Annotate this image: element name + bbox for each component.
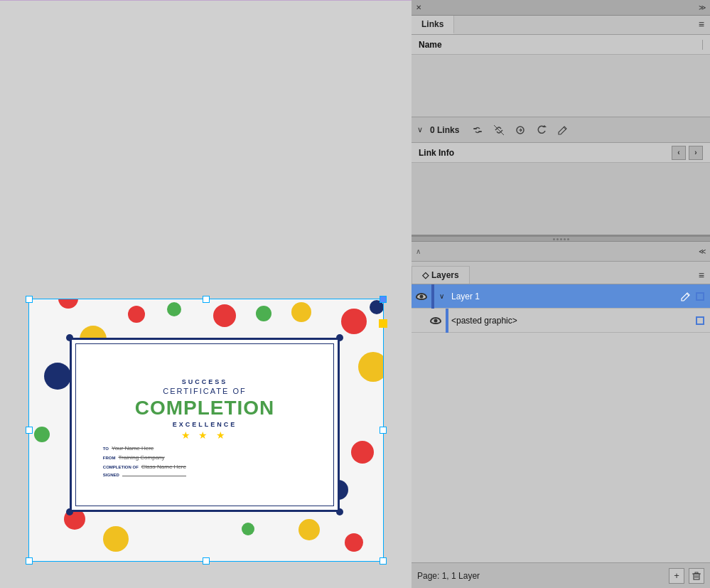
inner-certificate: SUCCESS CERTIFICATE OF COMPLETION EXCELL… (70, 338, 340, 512)
canvas-area: SUCCESS CERTIFICATE OF COMPLETION EXCELL… (0, 0, 412, 588)
layer-row-pasted-graphic[interactable]: <pasted graphic> (412, 309, 710, 333)
arrow-link-icon (515, 124, 526, 136)
link-info-header: Link Info ‹ › (412, 143, 710, 163)
pasted-graphic-page-icon (693, 314, 707, 328)
links-count-toggle[interactable]: ∨ (417, 125, 423, 134)
eye-icon (416, 293, 427, 300)
layers-list: ∨ Layer 1 <pasted graphic> (412, 284, 710, 562)
links-count-label: 0 Links (430, 125, 459, 135)
layers-tab-label: Layers (431, 270, 459, 280)
unlink-icon (493, 124, 505, 136)
pasted-graphic-visibility-button[interactable] (426, 309, 446, 333)
links-tab-bar: Links ≡ (412, 16, 710, 35)
pasted-graphic-name: <pasted graphic> (448, 316, 693, 326)
certificate-inner-box: SUCCESS CERTIFICATE OF COMPLETION EXCELL… (70, 338, 340, 512)
trash-icon (692, 571, 701, 581)
layers-expand-button[interactable]: ≪ (699, 247, 706, 255)
links-name-column: Name (419, 40, 699, 50)
pen-icon (681, 292, 691, 301)
update-link-button[interactable] (533, 122, 550, 139)
dot (58, 299, 78, 309)
dot (256, 306, 271, 321)
dot (213, 304, 236, 327)
layers-panel: ∧ ≪ ◇ Layers ≡ ∨ Layer 1 (412, 242, 710, 588)
svg-rect-9 (695, 572, 698, 574)
layer1-visibility-button[interactable] (412, 284, 431, 309)
links-panel: Links ≡ Name ∨ 0 Links (412, 16, 710, 236)
layer-row-layer1[interactable]: ∨ Layer 1 (412, 284, 710, 309)
collapse-panel-button[interactable]: ≫ (699, 4, 706, 11)
column-divider (702, 40, 703, 50)
layers-tab[interactable]: ◇ Layers (412, 266, 470, 284)
resize-handle (553, 238, 569, 240)
links-panel-menu-button[interactable]: ≡ (693, 16, 710, 34)
link-info-nav: ‹ › (672, 146, 703, 160)
panel-top-bar: ✕ ≫ (412, 0, 710, 16)
link-info-label: Link Info (419, 148, 454, 158)
certificate-inner-border (75, 343, 334, 506)
dot (341, 309, 367, 334)
dot (103, 526, 129, 552)
dot (298, 519, 320, 540)
layers-collapse-button[interactable]: ∧ (416, 247, 421, 255)
layers-header-bar: ∧ ≪ (412, 242, 710, 262)
close-panel-button[interactable]: ✕ (416, 4, 421, 11)
layers-footer-buttons: + (669, 568, 704, 584)
dot (345, 533, 363, 552)
dot (44, 363, 71, 390)
links-column-header: Name (412, 35, 710, 55)
layers-menu-button[interactable]: ≡ (693, 267, 710, 284)
page-square (696, 292, 704, 301)
layer1-name: Layer 1 (448, 292, 679, 301)
certificate-background: SUCCESS CERTIFICATE OF COMPLETION EXCELL… (28, 299, 384, 562)
dot (128, 306, 145, 323)
pencil-icon (557, 124, 569, 136)
link-info-section: Link Info ‹ › (412, 142, 710, 235)
delete-layer-button[interactable] (689, 568, 704, 584)
links-footer: ∨ 0 Links (412, 117, 710, 142)
dot (370, 300, 384, 314)
dot (242, 523, 254, 535)
dot (351, 441, 374, 464)
right-panel: ✕ ≫ Links ≡ Name ∨ 0 Links (412, 0, 710, 588)
dot (291, 302, 311, 322)
link-info-prev-button[interactable]: ‹ (672, 146, 686, 160)
chain-icon (472, 124, 483, 136)
dot (358, 352, 384, 382)
panel-resize-bar[interactable] (412, 236, 710, 242)
layers-footer-text: Page: 1, 1 Layer (417, 571, 669, 581)
edit-original-button[interactable] (554, 122, 571, 139)
links-tab[interactable]: Links (412, 16, 454, 34)
child-page-square (696, 316, 704, 325)
layers-footer: Page: 1, 1 Layer + (412, 562, 710, 588)
certificate-container: SUCCESS CERTIFICATE OF COMPLETION EXCELL… (28, 299, 384, 562)
dot (34, 427, 50, 442)
layers-tab-icon: ◇ (422, 270, 429, 280)
links-content-area (412, 55, 710, 117)
eye-icon-child (430, 317, 441, 324)
layer1-page-icon (693, 289, 707, 304)
dot (167, 302, 181, 316)
layers-tab-bar: ◇ Layers ≡ (412, 262, 710, 284)
layer1-expand-button[interactable]: ∨ (434, 289, 448, 304)
link-info-content (412, 163, 710, 235)
go-to-link-button[interactable] (512, 122, 529, 139)
unlink-button[interactable] (490, 122, 507, 139)
relink-button[interactable] (469, 122, 486, 139)
add-layer-button[interactable]: + (669, 568, 684, 584)
layer1-pen-icon (679, 289, 693, 304)
refresh-icon (536, 124, 547, 136)
link-info-next-button[interactable]: › (689, 146, 703, 160)
